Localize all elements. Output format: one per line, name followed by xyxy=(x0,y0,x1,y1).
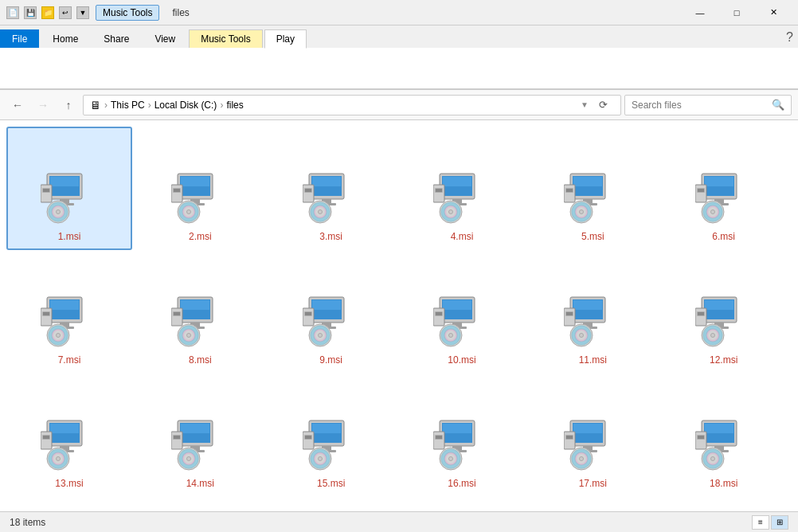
help-button[interactable]: ? xyxy=(781,27,798,48)
svg-rect-46 xyxy=(436,189,442,192)
svg-point-231 xyxy=(710,457,714,461)
file-label: 13.msi xyxy=(55,478,83,489)
file-item[interactable]: 4.msi xyxy=(399,127,525,250)
svg-rect-2 xyxy=(50,177,79,186)
svg-point-23 xyxy=(187,210,191,214)
file-label: 14.msi xyxy=(186,478,214,489)
search-box: 🔍 xyxy=(624,95,792,115)
svg-rect-106 xyxy=(312,300,341,310)
svg-rect-137 xyxy=(566,312,573,315)
app-title: files xyxy=(172,7,189,18)
svg-rect-184 xyxy=(312,424,341,433)
svg-rect-109 xyxy=(303,308,314,326)
file-item[interactable]: 14.msi xyxy=(137,374,263,497)
svg-rect-210 xyxy=(573,424,602,433)
svg-rect-213 xyxy=(564,432,575,449)
msi-icon xyxy=(695,169,753,226)
file-label: 10.msi xyxy=(448,354,475,366)
file-item[interactable]: 15.msi xyxy=(268,374,394,497)
file-item[interactable]: 3.msi xyxy=(268,127,394,250)
dropdown-icon[interactable]: ▼ xyxy=(76,6,89,19)
file-item[interactable]: 1.msi xyxy=(6,127,132,250)
file-item[interactable]: 13.msi xyxy=(6,374,132,497)
svg-rect-174 xyxy=(171,432,182,449)
ribbon-content xyxy=(0,48,798,89)
file-item[interactable]: 17.msi xyxy=(530,374,655,497)
file-label: 17.msi xyxy=(579,478,607,489)
grid-view-button[interactable]: ⊞ xyxy=(771,515,788,530)
search-input[interactable] xyxy=(632,100,769,111)
file-label: 4.msi xyxy=(451,231,474,242)
music-tools-tab[interactable]: Music Tools xyxy=(96,5,159,21)
path-files[interactable]: files xyxy=(226,100,243,111)
tab-share[interactable]: Share xyxy=(92,29,141,48)
svg-rect-124 xyxy=(436,312,442,315)
list-view-button[interactable]: ≡ xyxy=(752,515,769,530)
file-item[interactable]: 9.msi xyxy=(268,250,394,374)
file-item[interactable]: 7.msi xyxy=(6,250,132,374)
item-count: 18 items xyxy=(10,517,45,528)
path-this-pc[interactable]: This PC xyxy=(111,100,145,111)
quick-access-icon: 📄 xyxy=(6,6,19,19)
file-item[interactable]: 2.msi xyxy=(137,127,263,250)
path-dropdown-icon[interactable]: ▼ xyxy=(581,100,589,109)
msi-icon xyxy=(695,416,753,473)
up-button[interactable]: ↑ xyxy=(57,94,80,116)
msi-icon xyxy=(303,416,360,473)
file-item[interactable]: 12.msi xyxy=(661,250,787,374)
msi-icon xyxy=(564,416,621,473)
svg-rect-171 xyxy=(181,424,209,433)
svg-rect-59 xyxy=(566,189,573,192)
svg-rect-148 xyxy=(695,308,706,326)
svg-point-62 xyxy=(580,210,584,214)
svg-rect-158 xyxy=(50,424,79,433)
address-path[interactable]: 🖥 › This PC › Local Disk (C:) › files ▼ … xyxy=(83,95,621,115)
svg-rect-5 xyxy=(41,185,52,202)
file-label: 2.msi xyxy=(189,231,212,242)
path-local-disk[interactable]: Local Disk (C:) xyxy=(155,100,217,111)
msi-icon xyxy=(433,416,491,473)
file-item[interactable]: 5.msi xyxy=(530,127,655,250)
forward-button[interactable]: → xyxy=(32,94,54,116)
svg-rect-20 xyxy=(174,189,180,192)
back-button[interactable]: ← xyxy=(6,94,29,116)
msi-icon xyxy=(171,292,229,350)
svg-rect-57 xyxy=(564,185,575,202)
svg-rect-150 xyxy=(698,312,704,315)
tab-file[interactable]: File xyxy=(0,29,39,48)
svg-point-140 xyxy=(580,334,584,338)
save-icon[interactable]: 💾 xyxy=(24,6,37,19)
file-label: 18.msi xyxy=(710,478,737,489)
undo-icon[interactable]: ↩ xyxy=(59,6,72,19)
minimize-button[interactable]: — xyxy=(682,0,718,25)
svg-rect-176 xyxy=(174,436,180,439)
svg-point-36 xyxy=(318,210,322,214)
folder-icon[interactable]: 📁 xyxy=(41,6,54,19)
tab-music-tools[interactable]: Music Tools xyxy=(189,29,262,48)
file-label: 9.msi xyxy=(319,354,342,366)
file-label: 11.msi xyxy=(579,354,607,366)
file-item[interactable]: 8.msi xyxy=(137,250,263,374)
svg-point-114 xyxy=(318,334,322,338)
file-label: 8.msi xyxy=(189,354,212,366)
file-item[interactable]: 10.msi xyxy=(399,250,525,374)
file-item[interactable]: 18.msi xyxy=(661,374,787,497)
file-item[interactable]: 16.msi xyxy=(399,374,525,497)
svg-rect-223 xyxy=(705,424,733,433)
maximize-button[interactable]: □ xyxy=(718,0,755,25)
tab-home[interactable]: Home xyxy=(41,29,90,48)
file-item[interactable]: 11.msi xyxy=(530,250,655,374)
tab-play[interactable]: Play xyxy=(264,29,307,49)
msi-icon xyxy=(433,169,491,226)
path-icon: 🖥 xyxy=(90,99,101,111)
svg-rect-189 xyxy=(305,436,311,439)
svg-rect-145 xyxy=(705,300,733,310)
search-icon: 🔍 xyxy=(772,99,784,111)
ribbon: File Home Share View Music Tools Play ? xyxy=(0,25,798,90)
refresh-button[interactable]: ⟳ xyxy=(592,94,614,116)
close-button[interactable]: ✕ xyxy=(755,0,792,25)
tab-view[interactable]: View xyxy=(143,29,187,48)
address-bar: ← → ↑ 🖥 › This PC › Local Disk (C:) › fi… xyxy=(0,90,798,120)
svg-rect-122 xyxy=(433,308,444,326)
file-item[interactable]: 6.msi xyxy=(661,127,787,250)
